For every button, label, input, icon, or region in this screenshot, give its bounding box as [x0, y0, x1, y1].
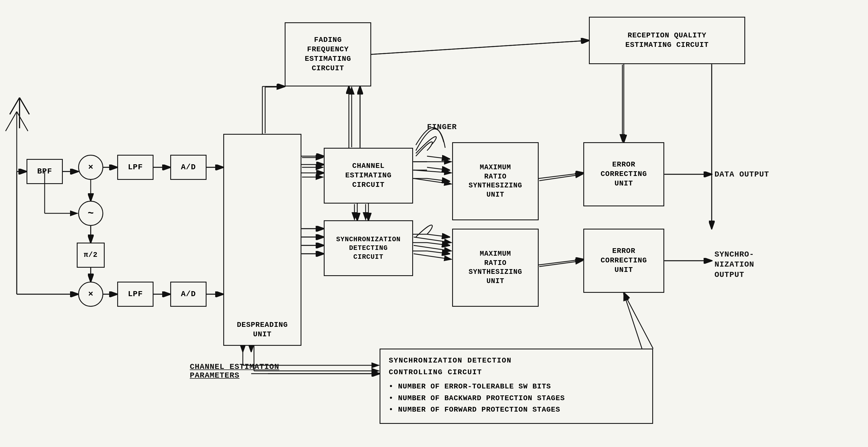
- svg-line-94: [414, 237, 452, 243]
- svg-line-46: [539, 259, 583, 265]
- phase-shifter-block: π/2: [77, 243, 105, 268]
- sync-output-label: SYNCHRO-NIZATIONOUTPUT: [714, 249, 754, 280]
- svg-line-37: [427, 167, 450, 170]
- svg-line-95: [414, 245, 452, 251]
- svg-line-45: [539, 173, 583, 178]
- reception-quality-block: RECEPTION QUALITYESTIMATING CIRCUIT: [589, 17, 745, 64]
- svg-line-96: [414, 254, 452, 259]
- sync-ctrl-block: SYNCHRONIZATION DETECTIONCONTROLLING CIR…: [379, 349, 653, 424]
- svg-line-42: [427, 234, 450, 237]
- svg-line-103: [624, 294, 642, 349]
- svg-line-98: [539, 261, 583, 267]
- channel-est-block: CHANNELESTIMATINGCIRCUIT: [324, 148, 413, 204]
- svg-line-32: [371, 40, 589, 55]
- svg-line-92: [414, 170, 452, 173]
- svg-line-60: [10, 98, 20, 114]
- svg-line-93: [414, 178, 452, 184]
- svg-line-97: [539, 174, 583, 181]
- adc1-block: A/D: [170, 155, 207, 180]
- multiplier1-block: ×: [78, 155, 103, 180]
- error-correct2-block: ERRORCORRECTINGUNIT: [583, 229, 664, 293]
- lpf1-block: LPF: [117, 155, 154, 180]
- oscillator-block: ~: [78, 201, 103, 226]
- lpf2-block: LPF: [117, 282, 154, 307]
- bpf-block: BPF: [27, 159, 63, 184]
- svg-line-36: [427, 156, 450, 159]
- mrs1-block: MAXIMUMRATIOSYNTHESIZINGUNIT: [452, 142, 539, 220]
- svg-line-88: [371, 40, 588, 55]
- finger-label: FINGER: [427, 123, 457, 131]
- multiplier2-block: ×: [78, 282, 103, 307]
- antenna-symbol: [8, 95, 31, 133]
- svg-line-43: [427, 243, 450, 245]
- svg-line-44: [427, 251, 450, 254]
- svg-line-61: [20, 98, 29, 114]
- data-output-label: DATA OUTPUT: [714, 170, 769, 179]
- adc2-block: A/D: [170, 282, 207, 307]
- svg-line-38: [427, 178, 450, 181]
- channel-est-params-label: CHANNEL ESTIMATIONPARAMETERS: [190, 363, 279, 380]
- fading-freq-block: FADINGFREQUENCYESTIMATINGCIRCUIT: [285, 22, 371, 87]
- error-correct1-block: ERRORCORRECTINGUNIT: [583, 142, 664, 206]
- despreading-block: DESPREADINGUNIT: [223, 134, 302, 346]
- mrs2-block: MAXIMUMRATIOSYNTHESIZINGUNIT: [452, 229, 539, 307]
- sync-detect-block: SYNCHRONIZATIONDETECTINGCIRCUIT: [324, 220, 413, 276]
- svg-line-51: [624, 293, 653, 349]
